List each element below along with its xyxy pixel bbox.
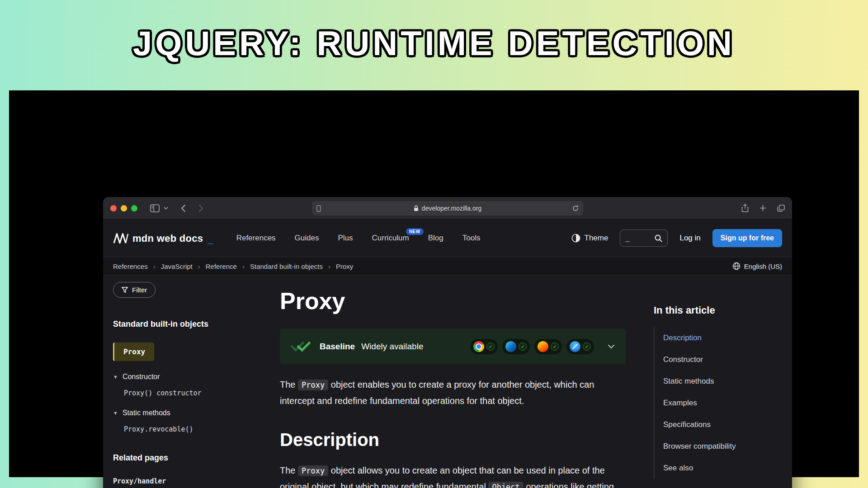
filter-button[interactable]: Filter [113,282,156,298]
theme-icon [571,234,580,243]
mdn-logo-icon [113,233,128,244]
intro-paragraph: The Proxy object enables you to create a… [280,377,626,409]
language-label: English (US) [744,263,782,270]
crumb-references[interactable]: References [113,263,148,270]
edge-icon [505,341,516,352]
language-switcher[interactable]: English (US) [732,262,782,270]
baseline-label: Baseline [320,342,355,352]
mdn-logo[interactable]: mdn web docs _ [113,233,213,244]
safari-icon [570,341,580,352]
reader-icon[interactable] [316,205,321,212]
check-icon [583,343,591,351]
browser-window: developer.mozilla.org [103,197,792,488]
crumb-separator: › [242,263,245,270]
mdn-header: mdn web docs _ References Guides Plus Cu… [103,220,792,257]
content-area: Filter Standard built-in objects Proxy ▼… [103,276,792,488]
theme-switcher[interactable]: Theme [571,234,609,243]
article-content: Proxy Baseline Widely available [280,282,626,488]
nav-blog[interactable]: Blog [428,234,443,243]
crumb-separator: › [153,263,156,270]
toc-sidebar: In this article Description Constructor … [654,282,789,488]
theme-label: Theme [585,234,609,243]
sidebar-item-proxy-constructor[interactable]: Proxy() constructor [124,389,269,397]
sidebar-item-proxy-revocable[interactable]: Proxy.revocable() [124,425,269,433]
firefox-icon [538,341,548,352]
sidebar-group-constructor: ▼ Constructor Proxy() constructor [113,373,269,397]
safari-support [566,339,594,354]
browser-support-icons [470,339,594,354]
new-tab-icon[interactable] [760,205,766,211]
minimize-button[interactable] [121,205,127,211]
group-label-text: Static methods [123,409,170,417]
baseline-status: Widely available [361,342,423,352]
edge-support [502,339,530,354]
description-paragraph: The Proxy object allows you to create an… [280,463,626,488]
share-icon[interactable] [741,204,749,212]
search-placeholder: _ [625,234,629,242]
browser-toolbar: developer.mozilla.org [103,197,792,220]
backdrop-frame: developer.mozilla.org [9,90,859,477]
page-title: Proxy [280,287,626,314]
search-icon[interactable] [655,235,662,242]
nav-tools[interactable]: Tools [462,234,481,243]
crumb-separator: › [328,263,330,270]
sidebar-item-proxy-current[interactable]: Proxy [113,343,154,361]
toc-item-specifications[interactable]: Specifications [654,414,789,436]
signup-button[interactable]: Sign up for free [712,229,782,247]
address-bar[interactable]: developer.mozilla.org [312,201,583,216]
sidebar-item-proxy-handler[interactable]: Proxy/handler [113,477,269,485]
sidebar-group-static-methods: ▼ Static methods Proxy.revocable() [113,409,269,433]
close-button[interactable] [110,205,117,211]
toc-item-description[interactable]: Description [654,327,789,349]
nav-references[interactable]: References [236,234,276,243]
description-heading: Description [280,430,626,450]
group-label-text: Constructor [123,373,160,381]
chevron-down-icon: ▼ [113,410,118,416]
crumb-separator: › [198,263,200,270]
breadcrumb-bar: References › JavaScript › Reference › St… [103,257,792,276]
baseline-expand-chevron-icon[interactable] [608,344,615,349]
chevron-down-icon: ▼ [113,374,118,380]
new-badge: NEW [406,228,424,235]
nav-curriculum[interactable]: CurriculumNEW [372,234,409,243]
sidebar-section-title: Standard built-in objects [113,319,269,329]
sidebar-chevron-icon[interactable] [164,206,168,210]
crumb-standard-built-in-objects[interactable]: Standard built-in objects [250,263,323,270]
logo-cursor: _ [207,235,212,244]
crumb-reference[interactable]: Reference [206,263,237,270]
fullscreen-button[interactable] [131,205,137,211]
reload-icon[interactable] [572,205,579,211]
baseline-check-icon [291,341,311,352]
tab-overview-icon[interactable] [777,205,785,212]
globe-icon [732,262,741,270]
toc-item-browser-compatibility[interactable]: Browser compatibility [654,436,789,457]
filter-icon [122,287,128,293]
filter-label: Filter [132,286,147,294]
main-nav: References Guides Plus CurriculumNEW Blo… [236,234,481,243]
baseline-banner[interactable]: Baseline Widely available [280,329,626,364]
chrome-icon [473,341,484,352]
group-toggle-static-methods[interactable]: ▼ Static methods [113,409,269,417]
sidebar-toggle-icon[interactable] [150,204,160,212]
url-text: developer.mozilla.org [422,205,481,212]
back-button-icon[interactable] [181,204,186,212]
page-banner-title: JQUERY: RUNTIME DETECTION [0,23,868,63]
toc-item-examples[interactable]: Examples [654,392,789,414]
related-pages-title: Related pages [113,453,269,463]
toc-list: Description Constructor Static methods E… [654,327,789,479]
check-icon [519,343,527,351]
login-link[interactable]: Log in [679,234,700,243]
nav-plus[interactable]: Plus [338,234,353,243]
toc-item-constructor[interactable]: Constructor [654,349,789,371]
toc-title: In this article [654,305,789,316]
toc-item-see-also[interactable]: See also [654,457,789,479]
check-icon [551,343,559,351]
nav-guides[interactable]: Guides [295,234,319,243]
nav-curriculum-label: Curriculum [372,234,409,242]
search-input[interactable]: _ [620,230,668,247]
forward-button-icon[interactable] [198,204,203,212]
crumb-javascript[interactable]: JavaScript [161,263,193,270]
doc-sidebar: Filter Standard built-in objects Proxy ▼… [113,282,269,488]
toc-item-static-methods[interactable]: Static methods [654,371,789,392]
group-toggle-constructor[interactable]: ▼ Constructor [113,373,269,381]
